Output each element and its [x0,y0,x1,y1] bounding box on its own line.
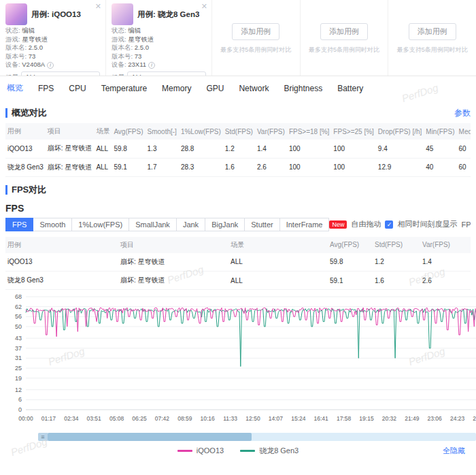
table-cell: 崩坏: 星穹铁道 [118,272,228,290]
x-tick-label: 23:06 [428,415,443,422]
info-icon[interactable]: i [148,62,155,69]
table-cell: 1.2 [223,140,255,158]
table-cell: ALL [228,272,328,290]
add-case-button[interactable]: 添加用例 [232,23,279,40]
column-header: Avg(FPS) [112,123,145,140]
close-icon[interactable]: ✕ [95,2,101,11]
tab-Brightness[interactable]: Brightness [284,84,322,93]
table-cell: 28.3 [179,158,223,176]
free-drag-label[interactable]: 自由拖动 [351,219,381,229]
table-cell: 1.7 [146,158,179,176]
table-cell: 59.1 [112,158,145,176]
fps-chart: 686256504337312519126000:0001:1702:3403:… [5,293,471,431]
table-cell: 59.8 [112,140,145,158]
case-info-row: 版本名: 2.5.0 [5,44,100,52]
add-case-button[interactable]: 添加用例 [409,23,456,40]
legend-item[interactable]: iQOO13 [177,446,224,455]
case-info-value: V2408A [22,61,45,68]
tab-Network[interactable]: Network [239,84,269,93]
case-info-row: 设备: 23X11i [112,61,206,69]
legend-item[interactable]: 骁龙8 Gen3 [240,446,299,456]
table-cell: 59.8 [328,253,373,272]
x-tick-label: 16:41 [314,415,329,422]
add-case-button[interactable]: 添加用例 [320,23,368,40]
same-timescale-checkbox[interactable] [385,220,393,229]
add-case-hint: 最多支持5条用例同时对比 [301,46,388,54]
scene-select[interactable]: ALL▾ [127,71,206,76]
tab-FPS[interactable]: FPS [38,84,54,93]
tab-Memory[interactable]: Memory [162,84,191,93]
metric-tab-Smooth[interactable]: Smooth [33,218,72,231]
chart-scrollbar[interactable]: ≡ [38,433,476,441]
case-info-value: 编辑 [128,27,141,34]
y-tick-label: 12 [15,387,22,393]
overview-table: 用例项目场景Avg(FPS)Smooth[-]1%Low(FPS)Std(FPS… [5,123,471,177]
add-case-slot: 添加用例最多支持5条用例同时对比 [212,0,301,76]
fps-line-chart: 686256504337312519126000:0001:1702:3403:… [5,293,476,429]
chart-legend: iQOO13骁龙8 Gen3全隐藏 [5,444,471,457]
table-row: iQOO13崩坏: 星穹铁道ALL59.81.328.81.21.4100100… [5,140,471,158]
tab-GPU[interactable]: GPU [206,84,224,93]
metric-tab-Jank[interactable]: Jank [176,218,205,231]
hide-all-link[interactable]: 全隐藏 [443,446,465,456]
metric-tab-Stutter[interactable]: Stutter [244,218,279,231]
metric-tab-BigJank[interactable]: BigJank [205,218,245,231]
legend-line-icon [177,450,192,452]
fps-section: FPS对比 FPS FPSSmooth1%Low(FPS)SmallJankJa… [0,180,476,458]
metric-tab-SmallJank[interactable]: SmallJank [129,218,177,231]
case-info-row: 游戏: 星穹铁道 [5,35,100,44]
scene-label: 场景 [112,73,124,76]
data-table: 用例项目场景Avg(FPS)Std(FPS)Var(FPS)iQOO13崩坏: … [5,237,471,291]
scene-row: 场景ALL▾ [112,71,206,76]
column-header: Var(FPS) [420,237,471,253]
same-timescale-label: 相同时间刻度显示 [397,219,457,229]
table-cell: 1.4 [420,253,471,272]
scrollbar-handle[interactable] [48,433,252,441]
table-cell: 28.8 [179,140,223,158]
case-info-label: 设备: [5,61,22,68]
scrollbar-grip-icon[interactable]: ≡ [38,433,48,441]
column-header: Smooth[-] [146,123,179,140]
table-cell: 1.6 [373,272,420,290]
new-badge: New [329,220,347,229]
tab-概览[interactable]: 概览 [7,82,23,94]
case-info-value: 2.5.0 [135,44,149,51]
tab-Temperature[interactable]: Temperature [101,84,147,93]
table-cell: 40 [424,158,456,176]
x-tick-label: 19:15 [359,415,374,422]
x-tick-label: 00:00 [18,415,33,422]
params-link[interactable]: 参数 [454,108,471,119]
fps-subtitle: FPS [5,203,471,214]
case-info-row: 版本号: 73 [5,52,100,61]
x-tick-label: 15:24 [291,415,306,422]
scene-select[interactable]: ALL▾ [21,71,100,76]
metric-tab-FPS[interactable]: FPS [5,218,33,231]
chart-controls: New 自由拖动 相同时间刻度显示 FPS(>= [329,218,471,230]
info-icon[interactable]: i [47,62,54,69]
metric-tab-1%Low(FPS)[interactable]: 1%Low(FPS) [71,218,129,231]
x-tick-label: 14:07 [269,415,284,422]
case-avatar [112,3,133,25]
fps-section-header: FPS对比 [5,180,471,200]
y-tick-label: 68 [15,293,22,300]
close-icon[interactable]: ✕ [201,2,207,11]
scene-label: 场景 [5,73,18,76]
table-header-row: 用例项目场景Avg(FPS)Std(FPS)Var(FPS) [5,237,471,253]
fps-table: 用例项目场景Avg(FPS)Std(FPS)Var(FPS)iQOO13崩坏: … [5,237,471,291]
legend-label: iQOO13 [197,446,224,455]
case-info-value: 星穹铁道 [128,35,154,43]
tab-Battery[interactable]: Battery [337,84,363,93]
case-card: ✕用例: 骁龙8 Gen3状态: 编辑游戏: 星穹铁道版本名: 2.5.0版本号… [106,0,212,76]
case-title: 用例: 骁龙8 Gen3 [137,10,199,20]
overview-section-header: 概览对比 参数 [5,103,471,123]
case-info-label: 版本名: [112,44,135,51]
table-cell: 骁龙8 Gen3 [5,158,46,176]
tab-CPU[interactable]: CPU [69,84,86,93]
case-info-row: 状态: 编辑 [5,27,100,35]
table-row: 骁龙8 Gen3崩坏: 星穹铁道ALL59.11.62.6 [5,272,471,290]
case-info-value: 73 [29,52,36,60]
x-tick-label: 07:42 [155,415,170,422]
table-cell: iQOO13 [5,140,46,158]
metric-tab-InterFrame[interactable]: InterFrame [279,218,330,231]
table-cell: 60 [457,140,471,158]
